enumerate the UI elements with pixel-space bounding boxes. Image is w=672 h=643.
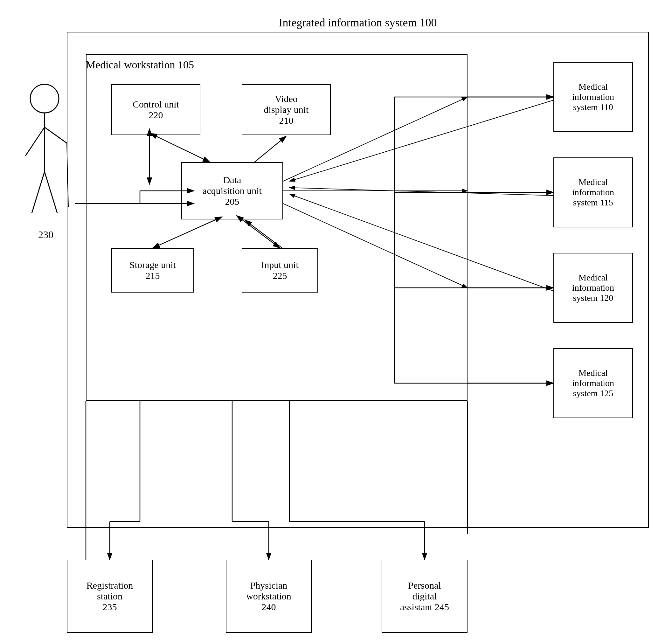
svg-line-4 bbox=[32, 172, 45, 213]
svg-point-0 bbox=[30, 84, 59, 113]
pda-label: Personaldigitalassistant 245 bbox=[400, 580, 449, 612]
mis-115-label: Medicalinformationsystem 115 bbox=[572, 177, 614, 208]
data-acquisition-box: Dataacquisition unit205 bbox=[181, 162, 283, 219]
svg-line-2 bbox=[25, 127, 45, 156]
registration-station-label: Registrationstation235 bbox=[86, 580, 133, 612]
mis-110-box: Medicalinformationsystem 110 bbox=[553, 62, 633, 132]
svg-line-6 bbox=[67, 143, 68, 207]
registration-station-box: Registrationstation235 bbox=[67, 560, 153, 633]
pda-box: Personaldigitalassistant 245 bbox=[382, 560, 468, 633]
patient-figure bbox=[19, 80, 70, 245]
storage-unit-box: Storage unit215 bbox=[111, 248, 194, 293]
video-display-box: Videodisplay unit210 bbox=[242, 84, 331, 135]
mis-125-label: Medicalinformationsystem 125 bbox=[572, 368, 614, 399]
medical-workstation-label: Medical workstation 105 bbox=[86, 59, 194, 71]
mis-115-box: Medicalinformationsystem 115 bbox=[553, 157, 633, 227]
svg-line-3 bbox=[45, 127, 67, 143]
physician-workstation-box: Physicianworkstation240 bbox=[226, 560, 312, 633]
data-acquisition-label: Dataacquisition unit205 bbox=[203, 174, 262, 207]
mis-120-label: Medicalinformationsystem 120 bbox=[572, 272, 614, 303]
video-display-label: Videodisplay unit210 bbox=[264, 94, 309, 126]
storage-unit-label: Storage unit215 bbox=[130, 259, 176, 281]
diagram-container: Integrated information system 100 Medica… bbox=[13, 13, 659, 630]
control-unit-box: Control unit220 bbox=[111, 84, 200, 135]
svg-line-5 bbox=[45, 172, 57, 213]
mis-120-box: Medicalinformationsystem 120 bbox=[553, 253, 633, 323]
mis-110-label: Medicalinformationsystem 110 bbox=[572, 82, 614, 112]
physician-workstation-label: Physicianworkstation240 bbox=[246, 580, 291, 612]
control-unit-label: Control unit220 bbox=[133, 99, 179, 121]
mis-125-box: Medicalinformationsystem 125 bbox=[553, 348, 633, 418]
input-unit-box: Input unit225 bbox=[242, 248, 318, 293]
input-unit-label: Input unit225 bbox=[261, 259, 299, 281]
integrated-system-label: Integrated information system 100 bbox=[67, 16, 649, 29]
